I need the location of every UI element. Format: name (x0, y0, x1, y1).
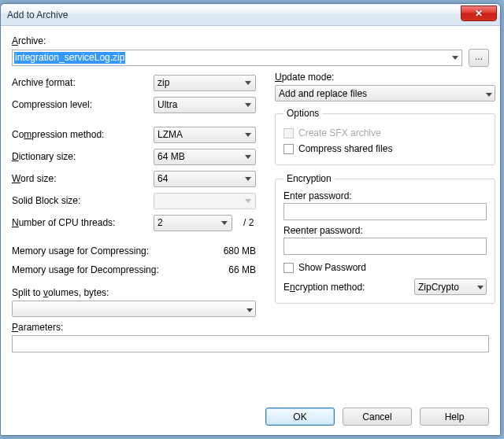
cpu-threads-select[interactable]: 2 (154, 215, 232, 231)
mem-decompress-label: Memory usage for Decompressing: (12, 264, 201, 275)
chevron-down-icon (243, 78, 253, 88)
update-mode-label: Update mode: (275, 72, 495, 83)
archive-format-value: zip (158, 77, 169, 88)
archive-format-label: Archive format: (12, 77, 154, 88)
update-mode-value: Add and replace files (279, 88, 367, 99)
chevron-down-icon (243, 100, 253, 110)
encryption-method-value: ZipCrypto (418, 282, 459, 293)
enter-password-input[interactable] (284, 203, 487, 220)
options-legend: Options (284, 108, 322, 119)
split-volumes-combo[interactable] (12, 301, 256, 317)
chevron-down-icon (243, 130, 253, 140)
cpu-threads-value: 2 (158, 217, 163, 228)
chevron-down-icon (246, 304, 253, 315)
word-size-value: 64 (158, 173, 168, 184)
solid-block-size-select (154, 193, 256, 209)
compression-method-select[interactable]: LZMA (154, 127, 256, 143)
archive-path-value: integration_serviceLog.zip (14, 52, 125, 64)
mem-compress-label: Memory usage for Compressing: (12, 245, 201, 256)
compression-level-select[interactable]: Ultra (154, 97, 256, 113)
encryption-method-label: Encryption method: (284, 282, 408, 293)
compression-method-label: Compression method: (12, 129, 154, 140)
dictionary-size-label: Dictionary size: (12, 151, 154, 162)
titlebar[interactable]: Add to Archive ✕ (1, 4, 500, 26)
word-size-label: Word size: (12, 173, 154, 184)
word-size-select[interactable]: 64 (154, 171, 256, 187)
cancel-button[interactable]: Cancel (343, 408, 412, 426)
dialog-window: Add to Archive ✕ AArchive:rchive: integr… (0, 3, 501, 436)
compress-shared-checkbox[interactable]: Compress shared files (284, 141, 487, 157)
checkbox-icon (284, 144, 294, 154)
chevron-down-icon[interactable] (448, 50, 461, 65)
cpu-threads-label: Number of CPU threads: (12, 217, 154, 228)
chevron-down-icon (219, 218, 229, 228)
compression-level-label: Compression level: (12, 99, 154, 110)
right-column: Update mode: Add and replace files Optio… (275, 72, 495, 317)
left-column: Archive format: zip Compression level: U… (12, 72, 256, 317)
reenter-password-input[interactable] (284, 238, 487, 255)
archive-format-select[interactable]: zip (154, 75, 256, 91)
help-button[interactable]: Help (420, 408, 489, 426)
ok-button[interactable]: OK (265, 408, 335, 426)
button-bar: OK Cancel Help (265, 408, 489, 426)
enter-password-label: Enter password: (284, 190, 487, 201)
close-button[interactable]: ✕ (461, 6, 497, 21)
options-group: Options Create SFX archive Compress shar… (275, 108, 495, 165)
chevron-down-icon (486, 88, 492, 99)
mem-decompress-value: 66 MB (201, 264, 256, 275)
split-volumes-label: Split to volumes, bytes: (12, 287, 256, 298)
chevron-down-icon (243, 174, 253, 184)
dialog-body: AArchive:rchive: integration_serviceLog.… (1, 26, 500, 435)
compression-method-value: LZMA (158, 129, 183, 140)
dictionary-size-value: 64 MB (158, 151, 185, 162)
compression-level-value: Ultra (158, 99, 177, 110)
parameters-input[interactable] (12, 335, 489, 352)
encryption-group: Encryption Enter password: Reenter passw… (275, 173, 495, 304)
chevron-down-icon (477, 281, 484, 292)
chevron-down-icon (243, 152, 253, 162)
solid-block-size-label: Solid Block size: (12, 195, 154, 206)
reenter-password-label: Reenter password: (284, 225, 487, 236)
mem-compress-value: 680 MB (201, 245, 256, 256)
chevron-down-icon (243, 196, 253, 206)
checkbox-icon (284, 128, 294, 138)
parameters-label: Parameters: (12, 322, 489, 333)
cpu-threads-total: / 2 (243, 217, 254, 228)
encryption-method-select[interactable]: ZipCrypto (414, 279, 487, 295)
archive-label: AArchive:rchive: (12, 35, 489, 46)
archive-input-wrap: integration_serviceLog.zip (12, 50, 462, 66)
close-icon: ✕ (475, 8, 483, 19)
show-password-checkbox[interactable]: Show Password (284, 260, 487, 275)
browse-button[interactable]: ... (469, 49, 489, 67)
checkbox-icon (284, 263, 294, 273)
encryption-legend: Encryption (284, 173, 335, 184)
window-title: Add to Archive (7, 9, 461, 20)
create-sfx-checkbox: Create SFX archive (284, 125, 487, 141)
update-mode-select[interactable]: Add and replace files (275, 85, 495, 101)
dictionary-size-select[interactable]: 64 MB (154, 149, 256, 165)
